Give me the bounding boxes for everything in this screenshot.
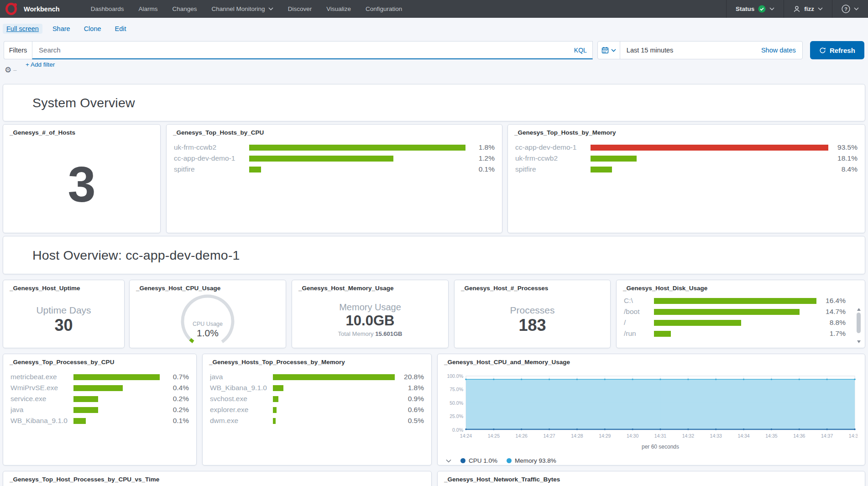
chevron-down-icon (268, 7, 273, 10)
bar[interactable] (591, 145, 828, 151)
bar[interactable] (273, 374, 395, 380)
svg-text:14:31: 14:31 (654, 433, 666, 439)
gear-icon: ⚙ (5, 65, 11, 75)
bar-value: 0.2% (160, 395, 189, 403)
nav-item-visualize[interactable]: Visualize (319, 0, 358, 18)
bar-row: WB_Kibana_9.1.00.1% (10, 415, 189, 426)
options-gear[interactable]: ⚙– (5, 65, 16, 75)
chevron-down-icon (769, 7, 774, 10)
bar-row: WmiPrvSE.exe0.4% (10, 382, 189, 393)
add-filter-link[interactable]: + Add filter (26, 61, 55, 68)
edit-link[interactable]: Edit (111, 24, 130, 34)
bar-label: explorer.exe (210, 406, 273, 414)
bar[interactable] (654, 309, 800, 315)
full-screen-link[interactable]: Full screen (3, 24, 42, 34)
bar-row: java0.2% (10, 404, 189, 415)
nav-item-changes[interactable]: Changes (165, 0, 204, 18)
bar-label: WB_Kibana_9.1.0 (210, 384, 273, 392)
panel-title: _Genesys_Host_Network_Traffic_Bytes (438, 471, 865, 483)
bar-row: /run1.7% (624, 328, 858, 339)
bar-row: /8.8% (624, 317, 858, 328)
panel-top-processes-by-memory: _Genesys_Hosts_Top_Processes_by_Memory j… (202, 354, 432, 465)
bar-track (73, 374, 160, 380)
nav-item-discover[interactable]: Discover (281, 0, 319, 18)
user-menu[interactable]: fizz (784, 0, 832, 18)
search-input[interactable] (38, 46, 570, 54)
filters-button[interactable]: Filters (4, 41, 32, 59)
gauge-label: CPU Usage (130, 321, 286, 327)
bar-label: WmiPrvSE.exe (10, 384, 73, 392)
bar[interactable] (249, 145, 465, 151)
clone-link[interactable]: Clone (80, 24, 105, 34)
bar[interactable] (273, 396, 278, 402)
bar-row: C:\16.4% (624, 295, 858, 306)
bar-value: 8.4% (828, 165, 858, 173)
area-chart[interactable]: 0.0%25.0%50.0%75.0%100.0%14:2414:2514:26… (444, 367, 858, 452)
legend-label: Memory 93.8% (515, 457, 556, 464)
bar-value: 18.1% (828, 154, 858, 162)
bar-value: 1.7% (816, 329, 846, 338)
nav-item-dashboards[interactable]: Dashboards (84, 0, 131, 18)
bar[interactable] (73, 418, 86, 424)
legend-item[interactable]: CPU 1.0% (460, 457, 497, 464)
bar-row: cc-app-dev-demo-193.5% (515, 142, 858, 153)
svg-text:14:36: 14:36 (793, 433, 805, 439)
dashboard-toolbar: Full screen Share Clone Edit (3, 23, 130, 35)
bar-track (273, 407, 395, 413)
top-nav: Workbench Dashboards Alarms Changes Chan… (0, 0, 868, 18)
bar-track (273, 385, 395, 391)
bar-label: / (624, 319, 654, 327)
panel-number-of-hosts: _Genesys_#_of_Hosts 3 (3, 124, 161, 233)
bar[interactable] (654, 298, 816, 304)
bar[interactable] (273, 418, 276, 424)
bar-row: spitfire8.4% (515, 164, 858, 175)
help-menu[interactable]: ? (832, 0, 868, 18)
kql-button[interactable]: KQL (570, 47, 587, 54)
bar[interactable] (591, 156, 637, 162)
bar-value: 0.9% (395, 395, 424, 403)
scroll-down-icon[interactable] (857, 340, 861, 343)
scrollbar-thumb[interactable] (857, 313, 861, 333)
refresh-icon (819, 47, 826, 54)
nav-item-configuration[interactable]: Configuration (358, 0, 409, 18)
bar-value: 0.7% (160, 373, 189, 381)
svg-text:14:37: 14:37 (821, 433, 833, 439)
bar[interactable] (273, 407, 277, 413)
bar[interactable] (249, 156, 393, 162)
bar[interactable] (73, 374, 160, 380)
bar[interactable] (654, 320, 741, 326)
bar[interactable] (654, 331, 671, 337)
panel-title: _Genesys_Host_Uptime (3, 280, 124, 292)
legend-item[interactable]: Memory 93.8% (507, 457, 556, 464)
show-dates-link[interactable]: Show dates (761, 47, 802, 54)
scroll-up-icon[interactable] (857, 308, 861, 311)
refresh-button[interactable]: Refresh (810, 41, 864, 59)
bar-row: uk-frm-ccwb218.1% (515, 153, 858, 164)
panel-title: _Genesys_#_of_Hosts (3, 125, 160, 136)
calendar-button[interactable] (598, 42, 620, 59)
bar-label: WB_Kibana_9.1.0 (10, 417, 73, 425)
bar[interactable] (591, 167, 612, 172)
bar[interactable] (273, 385, 283, 391)
bar-track (654, 298, 816, 304)
svg-text:14:33: 14:33 (710, 433, 722, 439)
legend-collapse-button[interactable] (446, 459, 451, 463)
share-link[interactable]: Share (49, 24, 74, 34)
legend-dot-icon (460, 458, 465, 463)
time-range-label[interactable]: Last 15 minutes (620, 47, 761, 54)
nav-item-channel-monitoring[interactable]: Channel Monitoring (204, 0, 281, 18)
bar-track (249, 156, 465, 162)
bar[interactable] (73, 385, 123, 391)
bar[interactable] (249, 167, 261, 172)
bar-label: spitfire (174, 165, 249, 173)
bar-row: /boot14.7% (624, 306, 858, 317)
svg-text:14:27: 14:27 (543, 433, 555, 439)
bar-label: java (10, 406, 73, 414)
bar-label: uk-frm-ccwb2 (515, 154, 591, 162)
svg-text:?: ? (844, 6, 847, 12)
bar-row: service.exe0.2% (10, 393, 189, 404)
status-menu[interactable]: Status (726, 0, 784, 18)
bar[interactable] (73, 407, 98, 413)
bar[interactable] (73, 396, 98, 402)
nav-item-alarms[interactable]: Alarms (131, 0, 165, 18)
